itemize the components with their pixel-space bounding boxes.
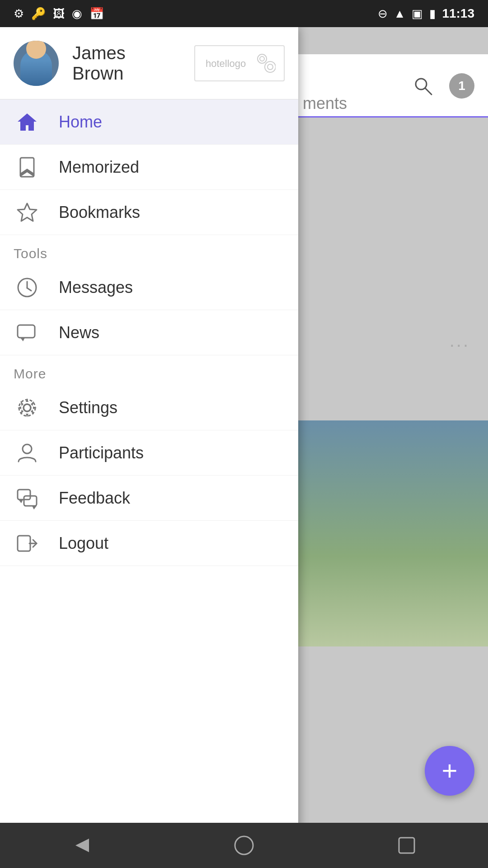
sidebar-item-settings[interactable]: Settings [0, 385, 298, 430]
logout-icon [14, 530, 41, 557]
header-underline [298, 116, 488, 118]
notification-badge[interactable]: 1 [449, 73, 474, 99]
svg-point-6 [267, 64, 273, 70]
calendar-status-icon: 📅 [89, 7, 104, 21]
sidebar-item-memorized[interactable]: Memorized [0, 145, 298, 190]
status-right: ⊖ ▲ ▣ ▮ 11:13 [378, 6, 474, 21]
gear-icon [14, 394, 41, 421]
recents-button[interactable] [389, 827, 425, 863]
svg-rect-14 [18, 325, 35, 338]
svg-marker-9 [20, 169, 34, 177]
svg-point-4 [260, 57, 264, 61]
svg-rect-25 [18, 536, 30, 551]
sidebar-item-bookmarks-label: Bookmarks [59, 203, 140, 222]
sidebar-item-news-label: News [59, 323, 99, 342]
fab-add-button[interactable]: + [425, 746, 474, 796]
svg-point-28 [235, 836, 253, 854]
status-bar: ⚙ 🔑 🖼 ◉ 📅 ⊖ ▲ ▣ ▮ 11:13 [0, 0, 488, 27]
sidebar-item-bookmarks[interactable]: Bookmarks [0, 190, 298, 235]
sidebar-item-participants[interactable]: Participants [0, 430, 298, 476]
sidebar-item-logout-label: Logout [59, 534, 108, 553]
user-name: James Brown [72, 43, 181, 84]
svg-line-13 [27, 288, 31, 291]
star-icon [14, 199, 41, 226]
image-status-icon: 🖼 [53, 7, 65, 21]
sim-icon: ▣ [412, 7, 423, 21]
svg-point-3 [258, 54, 267, 63]
svg-marker-22 [19, 500, 23, 503]
drawer-header: James Brown hotellogo [0, 27, 298, 99]
back-icon [70, 834, 93, 857]
svg-text:hotellogo: hotellogo [206, 58, 246, 69]
settings-status-icon: ⚙ [14, 7, 24, 21]
svg-point-5 [265, 61, 276, 72]
key-status-icon: 🔑 [31, 7, 46, 21]
avatar-image [20, 50, 52, 86]
section-tools-header: Tools [0, 235, 298, 265]
sidebar-item-news[interactable]: News [0, 310, 298, 355]
avatar-head [26, 41, 46, 59]
hotel-logo: hotellogo [194, 45, 285, 81]
svg-rect-29 [399, 838, 414, 853]
avatar[interactable] [14, 41, 59, 86]
navigation-drawer: James Brown hotellogo Home [0, 27, 298, 868]
feedback-icon [14, 485, 41, 512]
hotel-logo-svg: hotellogo [203, 50, 276, 77]
clock-icon [14, 274, 41, 301]
home-icon [14, 108, 41, 136]
signal-status-icon: ◉ [72, 7, 82, 21]
sidebar-item-logout[interactable]: Logout [0, 521, 298, 566]
sidebar-item-memorized-label: Memorized [59, 158, 139, 177]
sidebar-item-feedback-label: Feedback [59, 489, 130, 508]
wifi-icon: ▲ [394, 7, 406, 21]
bottom-navigation [0, 823, 488, 868]
sidebar-item-home-label: Home [59, 113, 102, 132]
svg-marker-27 [75, 839, 89, 852]
content-card-image [298, 420, 488, 646]
svg-marker-15 [20, 338, 25, 341]
svg-marker-24 [32, 506, 37, 509]
svg-line-1 [425, 88, 432, 94]
circle-icon [233, 834, 255, 857]
svg-point-19 [23, 404, 31, 411]
sidebar-item-messages[interactable]: Messages [0, 265, 298, 310]
status-icons: ⚙ 🔑 🖼 ◉ 📅 [14, 7, 104, 21]
sidebar-item-settings-label: Settings [59, 398, 117, 417]
more-options-button[interactable]: ··· [450, 335, 470, 355]
section-more-header: More [0, 355, 298, 385]
svg-marker-7 [18, 113, 37, 131]
battery-icon: ▮ [429, 7, 436, 21]
bookmark-icon [14, 154, 41, 181]
stop-icon: ⊖ [378, 7, 388, 21]
home-button[interactable] [226, 827, 262, 863]
sidebar-item-home[interactable]: Home [0, 99, 298, 145]
back-button[interactable] [63, 827, 99, 863]
svg-marker-10 [18, 203, 37, 221]
svg-point-20 [23, 444, 32, 453]
person-icon [14, 439, 41, 467]
header-title-partial: ments [303, 94, 347, 113]
sidebar-item-feedback[interactable]: Feedback [0, 476, 298, 521]
chat-icon [14, 319, 41, 346]
fab-plus-icon: + [441, 757, 457, 784]
status-time: 11:13 [442, 6, 474, 21]
search-button[interactable] [410, 73, 436, 99]
square-icon [395, 834, 418, 857]
sidebar-item-messages-label: Messages [59, 278, 133, 297]
sidebar-item-participants-label: Participants [59, 443, 144, 462]
